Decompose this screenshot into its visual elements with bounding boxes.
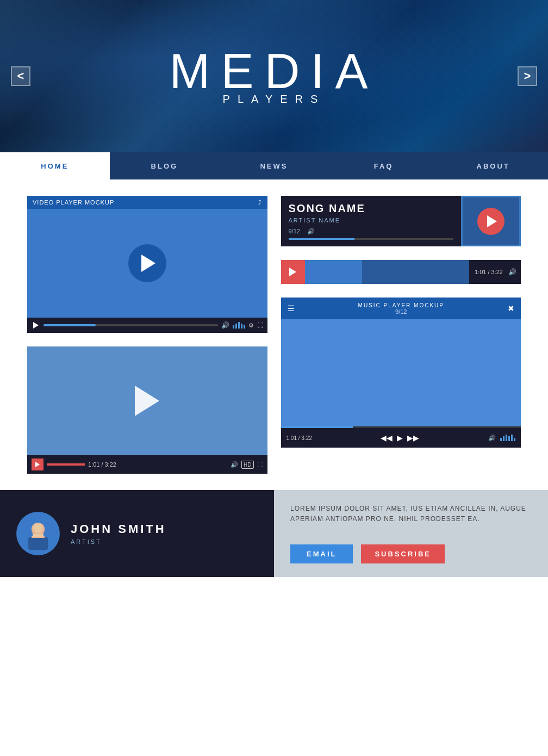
main-content: VIDEO PLAYER MOCKUP ⤴ 🔊	[0, 179, 548, 490]
footer-buttons: EMAIL SUBSCRIBE	[290, 544, 532, 563]
video-player-2-screen	[27, 346, 267, 455]
song-name: SONG NAME	[289, 202, 454, 215]
fullscreen-2-icon[interactable]: ⛶	[257, 461, 263, 468]
footer-author-section: JOHN SMITH ARTIST	[0, 490, 274, 577]
music-player-label: MUSIC PLAYER MOCKUP	[358, 302, 444, 308]
avatar	[16, 512, 60, 555]
progress-fill	[43, 324, 96, 326]
volume-icon[interactable]: 🔊	[221, 321, 229, 329]
footer-description: Lorem ipsum dolor sit amet, ius etiam an…	[290, 504, 532, 524]
volume-bars	[233, 322, 245, 329]
svg-rect-7	[33, 534, 43, 537]
mini-time: 1:01 / 3:22	[469, 269, 508, 275]
avatar-svg	[22, 517, 54, 550]
vbar4	[241, 324, 242, 329]
music-player-header: ☰ MUSIC PLAYER MOCKUP 9/12 ✖	[281, 298, 521, 319]
play-triangle-icon	[141, 255, 155, 272]
svg-rect-5	[29, 538, 47, 550]
subscribe-button[interactable]: SUBSCRIBE	[361, 544, 445, 563]
author-name: JOHN SMITH	[71, 522, 166, 536]
prev-button[interactable]: ◀◀	[381, 433, 393, 442]
hero-media-text: MEDIA	[169, 47, 378, 96]
mc-vbar4	[508, 436, 510, 441]
ctrl-play-icon[interactable]	[32, 321, 40, 330]
prev-arrow[interactable]: <	[11, 66, 30, 86]
song-track-info: 9/12 🔊	[289, 228, 454, 235]
next-arrow[interactable]: >	[518, 66, 537, 86]
mini-progress[interactable]	[305, 260, 470, 284]
video-controls-2: 1:01 / 3:22 🔊 HD ⛶	[27, 455, 267, 474]
music-progress-fill	[281, 426, 353, 428]
video-player-1-label: VIDEO PLAYER MOCKUP	[33, 199, 114, 206]
music-play-button[interactable]: ▶	[397, 433, 403, 442]
song-progress-fill	[289, 238, 354, 240]
hero-section: < MEDIA PLAYERS >	[0, 0, 548, 152]
playlist-icon[interactable]: ☰	[288, 304, 295, 313]
play-triangle-2-icon	[135, 386, 159, 416]
video-player-1-header: VIDEO PLAYER MOCKUP ⤴	[27, 196, 267, 209]
song-player: SONG NAME ARTIST NAME 9/12 🔊	[281, 196, 521, 246]
mini-play-triangle	[289, 268, 296, 276]
music-player-title-area: MUSIC PLAYER MOCKUP 9/12	[358, 302, 444, 315]
mc-vbar3	[506, 435, 507, 441]
song-info: SONG NAME ARTIST NAME 9/12 🔊	[281, 196, 462, 246]
video-controls-1: 🔊 ⚙ ⛶	[27, 318, 267, 333]
progress-bar[interactable]	[43, 324, 218, 326]
hero-title: MEDIA PLAYERS	[169, 47, 378, 106]
navigation: HOME BLOG NEWS FAQ ABOUT	[0, 152, 548, 179]
music-player-controls: 1:01 / 3:22 ◀◀ ▶ ▶▶ 🔊	[281, 428, 521, 448]
video-2-time: 1:01 / 3:22	[88, 461, 116, 468]
vbar5	[244, 325, 245, 329]
music-progress-track	[281, 426, 521, 428]
music-track-count: 9/12	[358, 308, 444, 315]
artist-name: ARTIST NAME	[289, 217, 454, 224]
nav-news[interactable]: NEWS	[219, 152, 329, 179]
music-time: 1:01 / 3:22	[287, 435, 312, 441]
next-button[interactable]: ▶▶	[407, 433, 419, 442]
right-column: SONG NAME ARTIST NAME 9/12 🔊	[281, 196, 521, 474]
fullscreen-icon[interactable]: ⛶	[257, 322, 263, 329]
footer: JOHN SMITH ARTIST Lorem ipsum dolor sit …	[0, 490, 548, 577]
mini-audio-player: 1:01 / 3:22 🔊	[281, 260, 521, 284]
video-player-2: 1:01 / 3:22 🔊 HD ⛶	[27, 346, 267, 474]
music-player: ☰ MUSIC PLAYER MOCKUP 9/12 ✖ 1:01 / 3:22…	[281, 298, 521, 448]
song-play-button[interactable]	[477, 208, 505, 235]
shuffle-icon[interactable]: ✖	[508, 304, 514, 313]
video-play-button[interactable]	[128, 244, 166, 282]
red-play-triangle	[35, 462, 40, 467]
settings-icon[interactable]: ⚙	[248, 322, 254, 329]
mc-vbar5	[511, 435, 513, 441]
video-player-1-screen	[27, 209, 267, 318]
music-volume-bars	[500, 435, 515, 441]
mc-vbar1	[500, 438, 502, 441]
hd-badge: HD	[241, 461, 253, 469]
nav-blog[interactable]: BLOG	[110, 152, 220, 179]
red-play-button[interactable]	[32, 458, 43, 470]
video-player-1: VIDEO PLAYER MOCKUP ⤴ 🔊	[27, 196, 267, 474]
vbar3	[238, 322, 240, 329]
song-progress-bar[interactable]	[289, 238, 454, 240]
footer-cta-section: Lorem ipsum dolor sit amet, ius etiam an…	[274, 490, 548, 577]
email-button[interactable]: EMAIL	[290, 544, 353, 563]
mini-volume-icon[interactable]: 🔊	[508, 268, 521, 276]
volume-2-icon[interactable]: 🔊	[231, 461, 238, 468]
song-thumbnail	[461, 196, 521, 246]
nav-home[interactable]: HOME	[0, 152, 110, 179]
progress-bar-2[interactable]	[47, 463, 85, 466]
song-play-triangle	[487, 215, 497, 227]
vbar1	[233, 325, 234, 329]
mc-vbar2	[503, 436, 505, 441]
mc-vbar6	[514, 438, 515, 441]
nav-faq[interactable]: FAQ	[329, 152, 439, 179]
share-icon[interactable]: ⤴	[258, 199, 262, 206]
author-info: JOHN SMITH ARTIST	[71, 522, 166, 545]
vbar2	[235, 324, 237, 329]
author-role: ARTIST	[71, 538, 166, 545]
svg-point-6	[33, 523, 43, 533]
music-player-screen	[281, 319, 521, 428]
mini-play-button[interactable]	[281, 260, 305, 284]
nav-about[interactable]: ABOUT	[438, 152, 548, 179]
mini-progress-fill	[305, 260, 363, 284]
music-volume-icon[interactable]: 🔊	[488, 435, 496, 442]
ctrl-play-triangle	[33, 322, 39, 329]
